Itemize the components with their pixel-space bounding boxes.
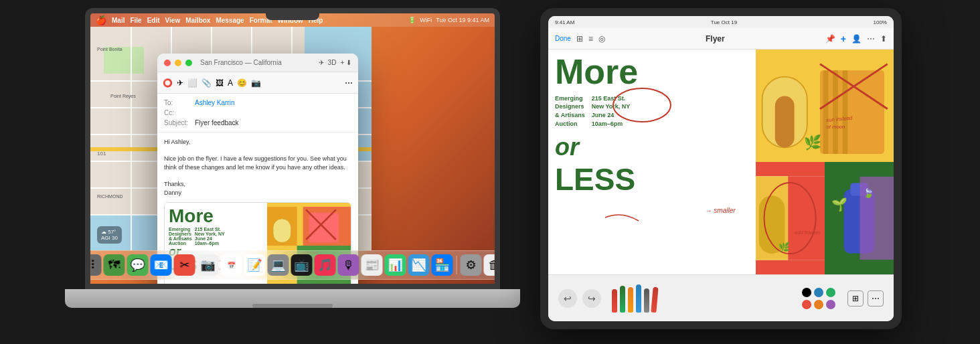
close-button[interactable] bbox=[164, 60, 171, 66]
color-swatches bbox=[802, 288, 835, 309]
dock-icon-podcasts[interactable]: 🎙 bbox=[338, 254, 359, 276]
ipad-bottom-toolbar: ↩ ↪ bbox=[548, 274, 894, 321]
app-menu-mail[interactable]: Mail bbox=[112, 17, 125, 24]
dock-icon-numbers[interactable]: 📊 bbox=[385, 254, 406, 276]
svg-text:🌿: 🌿 bbox=[778, 242, 789, 253]
pin-icon[interactable]: 📌 bbox=[825, 34, 835, 44]
color-orange[interactable] bbox=[814, 300, 823, 309]
dock-icon-tv[interactable]: 📺 bbox=[291, 254, 313, 276]
dock-icon-keynote[interactable]: 📉 bbox=[408, 254, 430, 276]
done-button[interactable]: Done bbox=[555, 35, 571, 42]
dock-icon-mail[interactable]: 📧 bbox=[151, 254, 172, 276]
ipad: 9:41 AM Tue Oct 19 100% Done ⊞ ≡ ◎ Flyer… bbox=[540, 8, 915, 336]
mail-to-field[interactable]: To: Ashley Karrin bbox=[164, 98, 351, 108]
flag-icon[interactable]: ✈ bbox=[177, 78, 183, 88]
color-blue[interactable] bbox=[814, 288, 823, 297]
window-title: San Francisco — California bbox=[200, 59, 282, 66]
mail-body-closing: Thanks,Danny bbox=[164, 180, 351, 197]
dock-icon-news[interactable]: 📰 bbox=[361, 254, 383, 276]
pen-gray[interactable] bbox=[644, 288, 649, 313]
dock-icon-finder[interactable]: 💻 bbox=[268, 254, 289, 276]
dock-icon-messages[interactable]: 💬 bbox=[127, 254, 149, 276]
ellipsis-icon[interactable]: ⋯ bbox=[867, 34, 875, 44]
people-icon[interactable]: 👤 bbox=[851, 34, 862, 44]
dock-icon-scissors[interactable]: ✂ bbox=[174, 254, 195, 276]
mail-titlebar: San Francisco — California ✈ 3D + ⬇ bbox=[157, 54, 358, 72]
dock-icon-appstore[interactable]: 🏪 bbox=[432, 254, 453, 276]
ipad-flyer-main: More EmergingDesigners& ArtisansAuction … bbox=[548, 50, 756, 274]
color-row-bottom bbox=[802, 300, 835, 309]
svg-rect-26 bbox=[273, 219, 291, 243]
pen-tools bbox=[612, 284, 657, 313]
minimize-button[interactable] bbox=[175, 60, 181, 66]
dock-icon-trash[interactable]: 🗑 bbox=[484, 254, 501, 276]
map-label-1: Point Bonita bbox=[97, 47, 122, 52]
mini-flyer-more: More bbox=[169, 207, 263, 226]
pen-green[interactable] bbox=[620, 286, 625, 313]
dock-icon-reminders[interactable]: 📝 bbox=[244, 254, 266, 276]
add-button[interactable]: + bbox=[841, 33, 846, 44]
ipad-flyer-content: More EmergingDesigners& ArtisansAuction … bbox=[548, 50, 894, 274]
more-icon[interactable]: + ⬇ bbox=[340, 59, 351, 66]
send-icon[interactable]: ✈ bbox=[319, 59, 324, 66]
menu-file[interactable]: File bbox=[130, 17, 141, 24]
maximize-button[interactable] bbox=[185, 60, 192, 66]
svg-text:add flowers: add flowers bbox=[794, 230, 821, 236]
dock-icon-music[interactable]: 🎵 bbox=[315, 254, 336, 276]
subject-value: Flyer feedback bbox=[195, 119, 239, 126]
layout-icon[interactable]: ⬜ bbox=[187, 78, 197, 88]
more-toolbar-icon[interactable]: ⋯ bbox=[345, 78, 353, 88]
mail-body-paragraph: Nice job on the flyer. I have a few sugg… bbox=[164, 155, 351, 171]
format-icon[interactable]: ⭕ bbox=[163, 78, 173, 88]
dock-icon-maps[interactable]: 🗺 bbox=[104, 254, 125, 276]
dock-icon-calendar[interactable]: 📅 bbox=[221, 254, 242, 276]
color-purple[interactable] bbox=[826, 300, 835, 309]
grid-icon[interactable]: ⊞ bbox=[847, 290, 864, 307]
apple-menu[interactable]: 🍎 bbox=[96, 15, 106, 25]
color-green[interactable] bbox=[826, 288, 835, 297]
svg-text:🍃: 🍃 bbox=[863, 187, 874, 199]
ipad-note-title: Flyer bbox=[706, 34, 725, 44]
ipad-time: 9:41 AM bbox=[555, 19, 574, 25]
ipad-flyer-side-bottom: 🌿 add flowers bbox=[756, 162, 894, 274]
menu-edit[interactable]: Edit bbox=[147, 17, 160, 24]
svg-text:🌿: 🌿 bbox=[804, 134, 822, 151]
pen-red[interactable] bbox=[612, 289, 617, 313]
share-icon[interactable]: ⬆ bbox=[880, 34, 887, 44]
svg-rect-37 bbox=[823, 70, 828, 154]
color-red[interactable] bbox=[802, 300, 811, 309]
clip-icon[interactable]: 📎 bbox=[201, 78, 212, 88]
ipad-statusbar: 9:41 AM Tue Oct 19 100% bbox=[548, 16, 894, 28]
dock-icon-launchpad[interactable]: ⠿ bbox=[85, 254, 102, 276]
menu-view[interactable]: View bbox=[165, 17, 181, 24]
svg-rect-47 bbox=[788, 176, 825, 260]
dock-icon-settings[interactable]: ⚙ bbox=[461, 254, 482, 276]
ipad-side-br-svg: 🌱 🍃 bbox=[825, 162, 894, 274]
more-tools-icon[interactable]: ⋯ bbox=[868, 290, 884, 307]
ipad-flyer-side-br: 🌱 🍃 bbox=[825, 162, 894, 274]
macbook: 🍎 Mail File Edit View Mailbox Message Fo… bbox=[65, 8, 520, 336]
view-icon[interactable]: ⊞ bbox=[576, 34, 583, 44]
ipad-flyer-info-1: EmergingDesigners& ArtisansAuction bbox=[555, 94, 585, 128]
attach-icon[interactable]: 3D bbox=[328, 59, 337, 66]
ipad-navbar: Done ⊞ ≡ ◎ Flyer 📌 + 👤 ⋯ ⬆ bbox=[548, 28, 894, 50]
to-label: To: bbox=[164, 99, 191, 106]
dock-icon-photos[interactable]: 📷 bbox=[197, 254, 219, 276]
camera-icon[interactable]: 📷 bbox=[251, 78, 261, 88]
pen-blue[interactable] bbox=[636, 284, 641, 313]
list-icon[interactable]: ≡ bbox=[588, 34, 593, 44]
redo-button[interactable]: ↪ bbox=[582, 289, 601, 308]
pen-red-2[interactable] bbox=[651, 286, 658, 313]
mail-body[interactable]: Hi Ashley, Nice job on the flyer. I have… bbox=[157, 133, 358, 202]
image-icon[interactable]: 🖼 bbox=[216, 78, 224, 88]
mail-subject-field[interactable]: Subject: Flyer feedback bbox=[164, 118, 351, 128]
undo-button[interactable]: ↩ bbox=[558, 289, 577, 308]
font-icon[interactable]: A bbox=[228, 78, 233, 88]
menu-message[interactable]: Message bbox=[216, 17, 244, 24]
menu-mailbox[interactable]: Mailbox bbox=[185, 17, 210, 24]
color-black[interactable] bbox=[802, 288, 811, 297]
mail-cc-field[interactable]: Cc: bbox=[164, 108, 351, 118]
emoji-icon[interactable]: 😊 bbox=[237, 78, 247, 88]
pen-orange[interactable] bbox=[628, 287, 633, 313]
lasso-icon[interactable]: ◎ bbox=[598, 34, 605, 44]
